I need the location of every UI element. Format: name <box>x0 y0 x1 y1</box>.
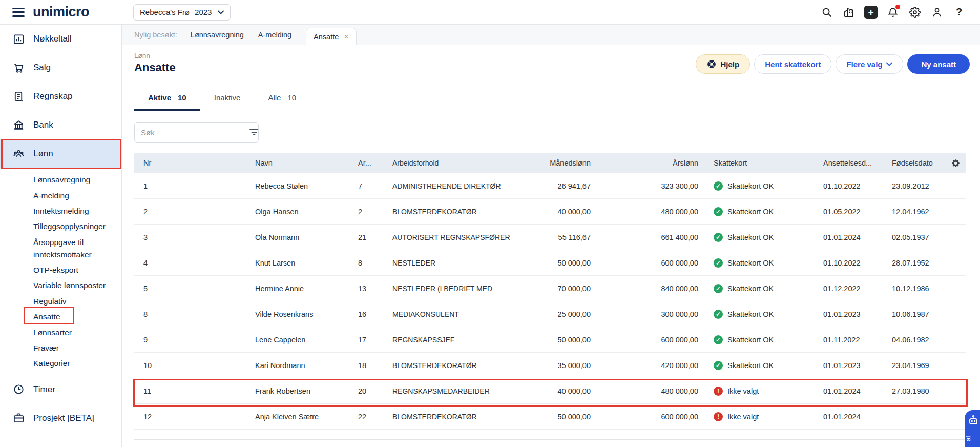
tab-ansatte[interactable]: Ansatte × <box>306 28 357 45</box>
search-box <box>134 122 259 143</box>
table-row[interactable]: 12Anja Kleiven Sætre22BLOMSTERDEKORATØR5… <box>134 404 966 430</box>
sidebar-subitem-lonnsavregning[interactable]: Lønnsavregning <box>33 172 115 188</box>
cell-skattekort: !Ikke valgt <box>707 412 814 421</box>
cell-fodselsdato: 23.04.1969 <box>883 361 947 370</box>
cell-ansettelsesdato: 01.01.2024 <box>814 233 883 241</box>
col-ansettelsesdato[interactable]: Ansettelsesd... <box>814 159 883 167</box>
cell-manedslonn: 70 000,00 <box>512 285 600 293</box>
table-row[interactable]: 1Rebecca Stølen7ADMINISTRERENDE DIREKTØR… <box>134 173 966 199</box>
cell-ar: 13 <box>350 285 383 293</box>
table-row[interactable]: 3Ola Normann21AUTORISERT REGNSKAPSFØRER5… <box>134 225 966 250</box>
company-register-icon[interactable] <box>842 6 856 19</box>
company-year: 2023 <box>195 8 212 16</box>
table-row[interactable]: 9Lene Cappelen17REGNSKAPSSJEF50 000,0060… <box>134 327 966 353</box>
new-employee-button[interactable]: Ny ansatt <box>907 54 970 74</box>
status-ok-icon: ✓ <box>714 181 723 191</box>
col-fodselsdato[interactable]: Fødselsdato <box>883 159 947 167</box>
settings-icon[interactable] <box>908 6 922 19</box>
cell-ar: 7 <box>350 182 383 190</box>
sidebar-item-salg[interactable]: Salg <box>0 53 121 82</box>
sidebar-subitem-inntektsmelding[interactable]: Inntektsmelding <box>33 204 115 219</box>
close-icon[interactable]: × <box>344 32 348 42</box>
tab-amelding[interactable]: A-melding <box>258 31 291 39</box>
sidebar-subitem-variable-lonnsposter[interactable]: Variable lønnsposter <box>33 278 115 293</box>
hamburger-menu-icon[interactable] <box>12 8 25 17</box>
sidebar-subitem-otp-eksport[interactable]: OTP-eksport <box>33 262 115 278</box>
sidebar-subitem-fravaer[interactable]: Fravær <box>33 340 115 356</box>
cell-navn: Rebecca Stølen <box>246 182 350 190</box>
notifications-icon[interactable] <box>886 6 900 19</box>
filter-tab-aktive[interactable]: Aktive 10 <box>134 88 200 111</box>
table-row[interactable]: 10Kari Nordmann18BLOMSTERDEKORATØR35 000… <box>134 353 966 378</box>
table-row[interactable]: 4Knut Larsen8NESTLEDER50 000,00600 000,0… <box>134 250 966 276</box>
sidebar-subitem-regulativ[interactable]: Regulativ <box>33 294 115 309</box>
add-icon[interactable]: + <box>864 6 878 19</box>
filter-tab-alle[interactable]: Alle 10 <box>254 88 310 111</box>
cell-manedslonn: 55 116,67 <box>512 233 600 241</box>
filter-button[interactable] <box>249 123 259 142</box>
table-row[interactable]: 5Hermine Annie13NESTLEDER (I BEDRIFT MED… <box>134 276 966 301</box>
cell-navn: Frank Robertsen <box>246 387 350 395</box>
col-skattekort[interactable]: Skattekort <box>707 159 814 167</box>
tab-lonnsavregning[interactable]: Lønnsavregning <box>191 31 244 39</box>
cell-nr: 4 <box>134 259 246 267</box>
search-input[interactable] <box>135 123 249 142</box>
sidebar-item-nokkeltall[interactable]: Nøkkeltall <box>0 25 121 53</box>
cell-arbeidsforhold: BLOMSTERDEKORATØR <box>383 208 512 216</box>
table-row[interactable]: 8Vilde Rosenkrans16MEDIAKONSULENT25 000,… <box>134 301 966 327</box>
sidebar-footer: Timer Prosjekt [BETA] <box>0 375 121 433</box>
sidebar-submenu: LønnsavregningA-meldingInntektsmeldingTi… <box>0 172 118 372</box>
help-button[interactable]: Hjelp <box>696 54 750 74</box>
table-row[interactable]: 2Olga Hansen2BLOMSTERDEKORATØR40 000,004… <box>134 199 966 225</box>
cell-manedslonn: 35 000,00 <box>512 361 600 370</box>
sidebar-subitem-tilleggsopplysninger[interactable]: Tilleggsopplysninger <box>33 219 115 234</box>
status-ok-icon: ✓ <box>714 233 723 242</box>
help-icon[interactable]: ? <box>952 6 966 19</box>
status-text: Ikke valgt <box>727 413 759 421</box>
sidebar-subitem-kategorier[interactable]: Kategorier <box>33 356 115 371</box>
col-navn[interactable]: Navn <box>246 159 350 167</box>
col-nr[interactable]: Nr <box>134 159 246 167</box>
col-arbeidsforhold[interactable]: Arbeidsforhold <box>383 159 512 167</box>
status-text: Skattekort OK <box>727 259 774 267</box>
fetch-taxcard-button[interactable]: Hent skattekort <box>754 54 831 74</box>
cell-arslonn: 600 000,00 <box>600 413 707 421</box>
robot-icon <box>967 415 979 427</box>
lifebuoy-icon <box>706 59 717 69</box>
header-buttons: Hjelp Hent skattekort Flere valg Ny ansa… <box>696 54 970 74</box>
cell-fodselsdato: 12.04.1962 <box>883 208 947 216</box>
document-icon <box>13 91 25 103</box>
cell-navn: Knut Larsen <box>246 259 350 267</box>
cell-fodselsdato: 28.07.1952 <box>883 259 947 267</box>
company-selector[interactable]: Rebecca's Frø 2023 <box>133 4 231 21</box>
people-icon <box>13 148 25 160</box>
more-options-button[interactable]: Flere valg <box>836 54 903 74</box>
cell-skattekort: ✓Skattekort OK <box>707 207 814 216</box>
sidebar-subitem-lonnsarter[interactable]: Lønnsarter <box>33 324 115 340</box>
sidebar-subitem-arsoppgave-til-inntektsmottaker[interactable]: Årsoppgave til inntektsmottaker <box>33 235 115 262</box>
cell-skattekort: ✓Skattekort OK <box>707 310 814 319</box>
filter-tab-inaktive[interactable]: Inaktive <box>200 88 255 111</box>
sidebar-item-bank[interactable]: Bank <box>0 111 121 139</box>
sidebar-item-timer[interactable]: Timer <box>0 375 121 404</box>
cell-nr: 3 <box>134 233 246 241</box>
sidebar-item-regnskap[interactable]: Regnskap <box>0 82 121 111</box>
cell-manedslonn: 40 000,00 <box>512 208 600 216</box>
table-row[interactable]: 11Frank Robertsen20REGNSKAPSMEDARBEIDER4… <box>134 378 966 404</box>
status-text: Skattekort OK <box>727 233 774 241</box>
sidebar-item-prosjekt[interactable]: Prosjekt [BETA] <box>0 404 121 433</box>
chat-widget[interactable]: at <box>965 410 980 447</box>
sidebar-subitem-a-melding[interactable]: A-melding <box>33 188 115 203</box>
col-ar[interactable]: Ar... <box>350 159 383 167</box>
cell-skattekort: ✓Skattekort OK <box>707 233 814 242</box>
col-manedslonn[interactable]: Månedslønn <box>512 159 600 167</box>
col-arslonn[interactable]: Årslønn <box>600 159 707 167</box>
search-icon[interactable] <box>820 6 833 19</box>
cell-navn: Lene Cappelen <box>246 336 350 344</box>
column-settings-icon[interactable] <box>947 158 966 168</box>
profile-icon[interactable] <box>930 6 944 19</box>
sidebar-item-lonn[interactable]: Lønn <box>0 139 121 168</box>
cell-navn: Anja Kleiven Sætre <box>246 413 350 421</box>
cell-navn: Olga Hansen <box>246 208 350 216</box>
sidebar-subitem-ansatte[interactable]: Ansatte <box>33 309 115 324</box>
